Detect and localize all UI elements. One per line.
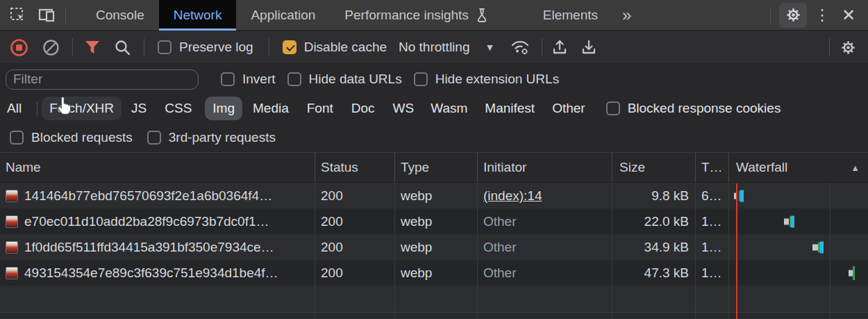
- preserve-log-label: Preserve log: [179, 40, 253, 55]
- divider: [770, 7, 771, 24]
- sort-ascending-icon[interactable]: ▲: [851, 163, 860, 173]
- third-party-requests-label: 3rd-party requests: [169, 130, 276, 145]
- export-har-icon[interactable]: [580, 35, 598, 60]
- request-time: 6…: [701, 188, 722, 204]
- waterfall-cell: [729, 260, 868, 286]
- request-filters-row: Blocked requests 3rd-party requests: [0, 123, 868, 152]
- tab-console[interactable]: Console: [81, 0, 159, 31]
- image-thumbnail: [6, 241, 18, 254]
- chip-wasm[interactable]: Wasm: [423, 97, 475, 120]
- tab-label: Performance insights: [344, 8, 468, 23]
- tab-performance-insights[interactable]: Performance insights: [330, 0, 503, 31]
- request-size: 47.3 kB: [644, 265, 689, 281]
- waterfall-bar-waiting: [853, 266, 855, 280]
- chevron-down-icon[interactable]: ▼: [485, 42, 494, 53]
- waterfall-cell: [729, 183, 868, 208]
- table-row[interactable]: 1f0dd65f511ffd34415a391bf350e7934ce… 200…: [0, 234, 868, 260]
- chip-other[interactable]: Other: [544, 97, 593, 120]
- device-toolbar-icon[interactable]: [35, 3, 60, 28]
- request-size: 34.9 kB: [644, 240, 689, 255]
- request-status: 200: [321, 188, 343, 204]
- request-type: webp: [401, 188, 432, 204]
- column-header-size[interactable]: Size: [612, 153, 696, 182]
- blocked-requests-checkbox[interactable]: [10, 131, 24, 145]
- divider: [829, 38, 830, 56]
- close-devtools-icon[interactable]: ✕: [835, 6, 862, 25]
- waterfall-bar-stalled: [812, 244, 818, 250]
- waterfall-bar-download: [740, 190, 744, 202]
- record-network-log-icon[interactable]: [10, 35, 28, 60]
- request-name: e70ec011d10add2ba28f9c6973b7dc0f1…: [24, 214, 269, 229]
- waterfall-bar-stalled: [784, 218, 789, 224]
- throttling-select[interactable]: No throttling: [399, 40, 469, 55]
- more-tabs-icon[interactable]: »: [622, 6, 630, 25]
- search-icon[interactable]: [114, 35, 131, 60]
- waterfall-cell: [729, 234, 868, 260]
- column-header-time[interactable]: T…: [696, 153, 729, 182]
- tab-network[interactable]: Network: [159, 0, 237, 31]
- chip-font[interactable]: Font: [299, 97, 341, 120]
- inspect-element-icon[interactable]: [6, 3, 31, 28]
- invert-checkbox[interactable]: [221, 72, 235, 86]
- chip-doc[interactable]: Doc: [344, 97, 383, 120]
- hide-data-urls-checkbox[interactable]: [287, 72, 301, 86]
- table-row[interactable]: 141464b77ebd76570693f2e1a6b0364f4… 200 w…: [0, 183, 868, 208]
- request-initiator: Other: [483, 214, 517, 229]
- table-header: Name Status Type Initiator Size T… Water…: [0, 152, 868, 183]
- preserve-log-checkbox[interactable]: [158, 40, 172, 54]
- chip-img[interactable]: Img: [205, 97, 242, 120]
- blocked-response-cookies-label: Blocked response cookies: [628, 101, 781, 116]
- settings-gear-icon[interactable]: [779, 3, 807, 28]
- request-size: 22.0 kB: [644, 214, 689, 229]
- request-time: 1…: [701, 265, 722, 281]
- load-event-line: [736, 183, 737, 319]
- devtools-tab-bar: Console Network Application Performance …: [0, 0, 868, 31]
- hide-extension-urls-label: Hide extension URLs: [435, 72, 559, 87]
- divider: [65, 7, 66, 24]
- filter-funnel-icon[interactable]: [83, 35, 101, 60]
- filter-input[interactable]: [6, 69, 199, 90]
- chip-css[interactable]: CSS: [157, 97, 199, 120]
- request-type: webp: [401, 265, 432, 281]
- chip-fetch-xhr[interactable]: Fetch/XHR: [42, 97, 122, 120]
- blocked-response-cookies-checkbox[interactable]: [606, 101, 620, 115]
- column-header-waterfall[interactable]: Waterfall ▲: [729, 153, 868, 182]
- column-header-type[interactable]: Type: [395, 153, 478, 182]
- request-status: 200: [321, 265, 343, 281]
- waterfall-bar-download: [791, 215, 794, 227]
- image-thumbnail: [6, 190, 18, 202]
- column-header-status[interactable]: Status: [315, 153, 395, 182]
- column-header-name[interactable]: Name: [0, 153, 315, 182]
- waterfall-cell: [729, 208, 868, 234]
- overflow-menu-icon[interactable]: ⋮: [812, 6, 832, 24]
- waterfall-bar-download: [820, 241, 824, 253]
- blocked-requests-label: Blocked requests: [31, 130, 133, 145]
- request-status: 200: [321, 214, 343, 229]
- request-initiator-link[interactable]: (index):14: [483, 188, 542, 204]
- tab-label: Application: [251, 8, 315, 23]
- request-type: webp: [401, 214, 432, 229]
- chip-all[interactable]: All: [0, 97, 29, 120]
- disable-cache-checkbox[interactable]: [283, 40, 297, 54]
- network-settings-gear-icon[interactable]: [840, 35, 857, 60]
- request-initiator: Other: [483, 240, 517, 255]
- requests-table: Name Status Type Initiator Size T… Water…: [0, 152, 868, 319]
- request-time: 1…: [701, 240, 722, 255]
- import-har-icon[interactable]: [551, 35, 569, 60]
- column-header-initiator[interactable]: Initiator: [478, 153, 612, 182]
- request-type: webp: [401, 240, 432, 255]
- divider: [37, 101, 37, 115]
- tab-application[interactable]: Application: [236, 0, 330, 31]
- hide-extension-urls-checkbox[interactable]: [414, 72, 428, 86]
- chip-js[interactable]: JS: [124, 97, 154, 120]
- tab-label: Network: [174, 8, 222, 23]
- chip-ws[interactable]: WS: [385, 97, 422, 120]
- chip-media[interactable]: Media: [245, 97, 297, 120]
- network-conditions-icon[interactable]: [510, 35, 532, 60]
- table-row[interactable]: e70ec011d10add2ba28f9c6973b7dc0f1… 200 w…: [0, 208, 868, 234]
- clear-network-log-icon[interactable]: [42, 35, 60, 60]
- third-party-requests-checkbox[interactable]: [147, 131, 161, 145]
- table-row[interactable]: 493154354e7e89c3f639c751e934d1be4f… 200 …: [0, 260, 868, 286]
- chip-manifest[interactable]: Manifest: [477, 97, 542, 120]
- tab-elements[interactable]: Elements: [528, 0, 612, 31]
